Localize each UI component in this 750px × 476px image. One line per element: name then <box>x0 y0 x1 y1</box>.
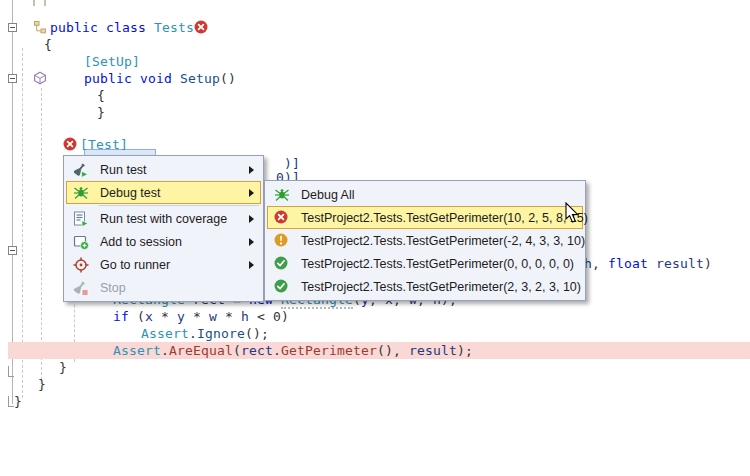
fold-marker[interactable] <box>8 74 17 83</box>
menu-item-label: Debug All <box>301 188 355 202</box>
context-menu-item-debug-test[interactable]: Debug test <box>66 181 261 204</box>
code-token: , <box>592 256 608 271</box>
code-token: Setup <box>180 71 220 86</box>
code-token: Assert <box>141 326 189 341</box>
menu-item-label: Run test with coverage <box>100 212 227 226</box>
code-token: } <box>14 394 22 409</box>
mouse-cursor <box>565 202 585 228</box>
context-menu: Run testDebug testRun test with coverage… <box>63 155 264 302</box>
submenu-item-testproject2-tests-testgetperimeter-10-2[interactable]: TestProject2.Tests.TestGetPerimeter(10, … <box>267 206 583 229</box>
code-token: GetPerimeter <box>281 343 377 358</box>
code-token: [SetUp] <box>84 54 140 69</box>
code-token: } <box>38 377 46 392</box>
code-line[interactable]: } <box>14 393 22 410</box>
code-token: [Test] <box>80 137 128 152</box>
fold-region-end <box>8 366 14 377</box>
submenu-item-testproject2-tests-testgetperimeter-2-4-[interactable]: TestProject2.Tests.TestGetPerimeter(-2, … <box>267 229 583 252</box>
status-error-icon <box>194 20 208 34</box>
code-token: . <box>273 343 281 358</box>
submenu-item-testproject2-tests-testgetperimeter-0-0-[interactable]: TestProject2.Tests.TestGetPerimeter(0, 0… <box>267 252 583 275</box>
code-token: * <box>217 309 241 324</box>
code-token: * <box>185 309 209 324</box>
code-token: AreEqual <box>169 343 233 358</box>
code-line[interactable]: Assert.Ignore(); <box>141 325 269 342</box>
code-line[interactable]: Assert.AreEqual(rect.GetPerimeter(), res… <box>113 342 473 359</box>
code-token: { <box>97 88 105 103</box>
menu-item-label: TestProject2.Tests.TestGetPerimeter(2, 3… <box>301 280 581 294</box>
code-token: result <box>409 343 457 358</box>
coverage-doc-icon <box>73 211 89 227</box>
status-error-icon <box>274 210 290 226</box>
code-token <box>648 256 656 271</box>
status-warning-icon <box>274 233 290 249</box>
code-token: (); <box>245 326 269 341</box>
code-token: (), <box>377 343 409 358</box>
code-token: public class <box>50 20 154 35</box>
stop-flask-icon <box>73 280 89 296</box>
code-token: result <box>656 256 704 271</box>
code-line[interactable]: [Test] <box>80 136 128 153</box>
code-line[interactable]: } <box>59 359 67 376</box>
code-line[interactable]: h, float result) <box>584 255 712 272</box>
menu-item-label: Add to session <box>100 235 182 249</box>
code-token: rect <box>241 343 273 358</box>
code-token: w <box>209 309 217 324</box>
session-add-icon <box>73 234 89 250</box>
code-token: { <box>44 37 52 52</box>
menu-item-label: Go to runner <box>100 258 170 272</box>
code-token: ( <box>129 309 145 324</box>
code-token: if <box>113 309 129 324</box>
goto-target-icon <box>73 257 89 273</box>
code-line[interactable]: } <box>97 104 105 121</box>
submenu-arrow-icon <box>249 166 254 174</box>
code-line[interactable]: { <box>97 87 105 104</box>
method-icon <box>33 71 47 85</box>
code-token: h <box>241 309 249 324</box>
code-token: * <box>153 309 177 324</box>
code-token: ( <box>233 343 241 358</box>
code-token: () <box>220 71 236 86</box>
code-token: < 0) <box>249 309 289 324</box>
code-token: float <box>608 256 648 271</box>
indent-guide <box>41 88 42 380</box>
debug-bug-icon <box>73 185 89 201</box>
menu-item-label: Run test <box>100 163 147 177</box>
code-line[interactable]: public void Setup() <box>84 70 236 87</box>
code-line[interactable]: { <box>44 36 52 53</box>
code-token: Ignore <box>197 326 245 341</box>
code-token: public void <box>84 71 180 86</box>
submenu-item-debug-all[interactable]: Debug All <box>267 183 583 206</box>
code-token: Tests <box>154 20 194 35</box>
menu-item-label: TestProject2.Tests.TestGetPerimeter(10, … <box>301 211 588 225</box>
menu-item-label: Debug test <box>100 186 160 200</box>
context-menu-item-add-to-session[interactable]: Add to session <box>66 230 261 253</box>
fold-marker[interactable] <box>8 246 17 255</box>
context-menu-item-stop[interactable]: Stop <box>66 276 261 299</box>
clipped-icon <box>33 0 46 6</box>
context-menu-item-run-test-with-coverage[interactable]: Run test with coverage <box>66 207 261 230</box>
class-icon <box>33 20 47 34</box>
menu-item-label: TestProject2.Tests.TestGetPerimeter(0, 0… <box>301 257 574 271</box>
code-line[interactable]: [SetUp] <box>84 53 140 70</box>
debug-test-submenu: Debug AllTestProject2.Tests.TestGetPerim… <box>264 180 586 301</box>
code-token: . <box>161 343 169 358</box>
menu-separator <box>99 205 259 206</box>
status-error-icon <box>63 137 77 151</box>
submenu-item-testproject2-tests-testgetperimeter-2-3-[interactable]: TestProject2.Tests.TestGetPerimeter(2, 3… <box>267 275 583 298</box>
code-line[interactable]: public class Tests <box>50 19 194 36</box>
code-token: y <box>177 309 185 324</box>
submenu-arrow-icon <box>249 238 254 246</box>
code-token: ); <box>457 343 473 358</box>
code-line[interactable]: if (x * y * w * h < 0) <box>113 308 289 325</box>
code-token: Assert <box>113 343 161 358</box>
debug-bug-icon <box>274 187 290 203</box>
code-token: . <box>189 326 197 341</box>
code-token: x <box>145 309 153 324</box>
code-line[interactable]: } <box>38 376 46 393</box>
status-ok-icon <box>274 256 290 272</box>
context-menu-item-go-to-runner[interactable]: Go to runner <box>66 253 261 276</box>
context-menu-item-run-test[interactable]: Run test <box>66 158 261 181</box>
submenu-arrow-icon <box>249 189 254 197</box>
fold-marker[interactable] <box>8 23 17 32</box>
code-token: } <box>59 360 67 375</box>
